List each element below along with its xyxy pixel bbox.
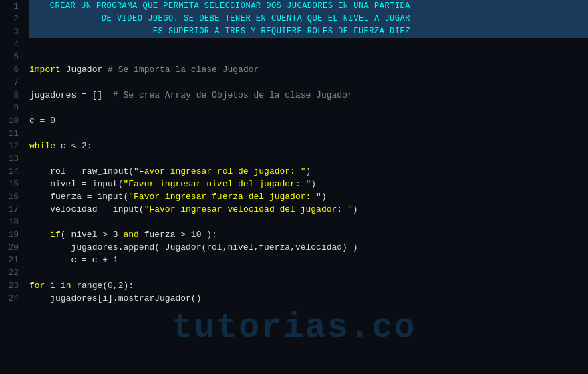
- code-line: ES SUPERIOR A TRES Y REQUIERE ROLES DE F…: [29, 25, 588, 38]
- line-number: 8: [0, 89, 24, 102]
- code-line: rol = raw_input("Favor ingresar rol de j…: [29, 165, 588, 178]
- code-line: [29, 76, 588, 89]
- line-number: 23: [0, 279, 24, 292]
- line-number: 14: [0, 165, 24, 178]
- line-number: 2: [0, 13, 24, 25]
- code-line: [29, 102, 588, 114]
- line-number: 4: [0, 38, 24, 51]
- line-number: 11: [0, 127, 24, 140]
- line-number: 15: [0, 178, 24, 190]
- code-line: jugadores.append( Jugador(rol,nivel,fuer…: [29, 241, 588, 254]
- code-line: c = c + 1: [29, 254, 588, 266]
- code-line: [29, 51, 588, 63]
- code-line: CREAR UN PROGRAMA QUE PERMITA SELECCIONA…: [29, 0, 588, 13]
- code-line: jugadores = [] # Se crea Array de Objeto…: [29, 89, 588, 102]
- code-line: jugadores[i].mostrarJugador(): [29, 292, 588, 305]
- code-line: for i in range(0,2):: [29, 279, 588, 292]
- line-number: 21: [0, 254, 24, 266]
- line-number: 18: [0, 216, 24, 228]
- line-number: 12: [0, 140, 24, 152]
- code-line: [29, 127, 588, 140]
- code-line: [29, 38, 588, 51]
- line-number: 6: [0, 63, 24, 76]
- line-number: 7: [0, 76, 24, 89]
- code-line: velocidad = input("Favor ingresar veloci…: [29, 203, 588, 216]
- code-line: if( nivel > 3 and fuerza > 10 ):: [29, 228, 588, 241]
- code-editor: 123456789101112131415161718192021222324 …: [0, 0, 588, 374]
- code-line: [29, 266, 588, 279]
- line-number: 22: [0, 266, 24, 279]
- line-number: 3: [0, 25, 24, 38]
- code-line: DE VIDEO JUEGO. SE DEBE TENER EN CUENTA …: [29, 13, 588, 25]
- code-area: 123456789101112131415161718192021222324 …: [0, 0, 588, 374]
- line-number: 16: [0, 190, 24, 203]
- code-line: [29, 216, 588, 228]
- line-number: 1: [0, 0, 24, 13]
- code-content[interactable]: CREAR UN PROGRAMA QUE PERMITA SELECCIONA…: [24, 0, 588, 374]
- code-line: while c < 2:: [29, 140, 588, 152]
- line-number: 13: [0, 152, 24, 165]
- code-line: import Jugador # Se importa la clase Jug…: [29, 63, 588, 76]
- code-line: c = 0: [29, 114, 588, 127]
- line-number: 24: [0, 292, 24, 305]
- code-line: nivel = input("Favor ingresar nivel del …: [29, 178, 588, 190]
- line-number: 5: [0, 51, 24, 63]
- line-number: 19: [0, 228, 24, 241]
- line-number: 20: [0, 241, 24, 254]
- line-number: 17: [0, 203, 24, 216]
- line-number: 10: [0, 114, 24, 127]
- code-line: [29, 152, 588, 165]
- line-numbers: 123456789101112131415161718192021222324: [0, 0, 24, 374]
- line-number: 9: [0, 102, 24, 114]
- code-line: fuerza = input("Favor ingresar fuerza de…: [29, 190, 588, 203]
